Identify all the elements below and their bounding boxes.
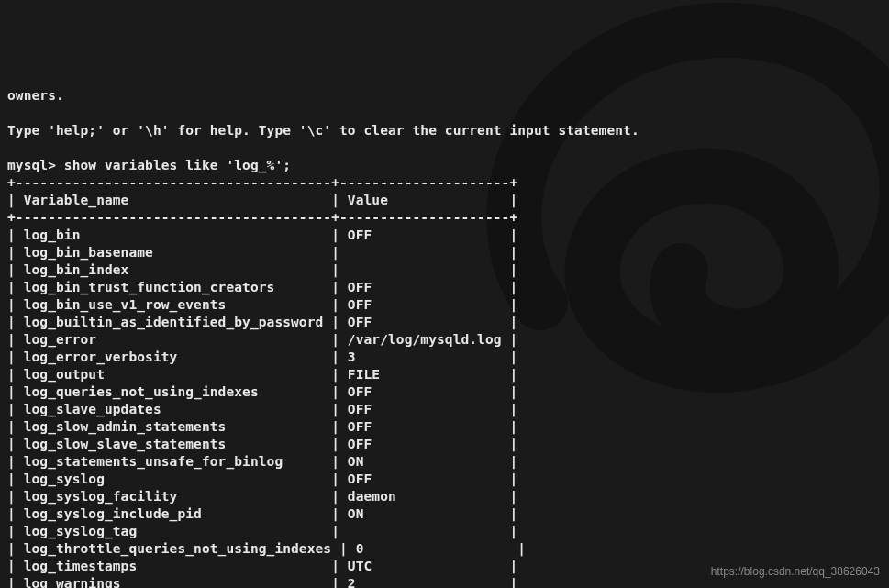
- table-row: | log_error | /var/log/mysqld.log |: [7, 331, 882, 349]
- table-row: | log_bin_use_v1_row_events | OFF |: [7, 296, 882, 314]
- table-row: | log_bin_index | |: [7, 261, 882, 279]
- banner-owners: owners.: [7, 87, 882, 105]
- blank: [7, 105, 882, 122]
- table-row: | log_syslog | OFF |: [7, 471, 882, 488]
- banner-help: Type 'help;' or '\h' for help. Type '\c'…: [7, 122, 882, 139]
- table-row: | log_error_verbosity | 3 |: [7, 349, 882, 366]
- table-row: | log_syslog_tag | |: [7, 523, 882, 540]
- table-row: | log_throttle_queries_not_using_indexes…: [7, 540, 882, 558]
- table-row: | log_slow_admin_statements | OFF |: [7, 418, 882, 436]
- table-row: | log_syslog_facility | daemon |: [7, 488, 882, 505]
- table-row: | log_bin_basename | |: [7, 244, 882, 261]
- table-row: | log_slave_updates | OFF |: [7, 401, 882, 418]
- table-row: | log_statements_unsafe_for_binlog | ON …: [7, 453, 882, 471]
- table-sep: +---------------------------------------…: [7, 174, 882, 192]
- table-row: | log_bin_trust_function_creators | OFF …: [7, 279, 882, 296]
- table-row: | log_builtin_as_identified_by_password …: [7, 314, 882, 331]
- query-line[interactable]: mysql> show variables like 'log_%';: [7, 157, 882, 174]
- table-row: | log_syslog_include_pid | ON |: [7, 505, 882, 523]
- terminal-window[interactable]: owners.Type 'help;' or '\h' for help. Ty…: [0, 0, 889, 588]
- table-row: | log_output | FILE |: [7, 366, 882, 383]
- table-row: | log_slow_slave_statements | OFF |: [7, 436, 882, 453]
- watermark-text: https://blog.csdn.net/qq_38626043: [711, 563, 880, 581]
- table-row: | log_queries_not_using_indexes | OFF |: [7, 383, 882, 401]
- table-sep: +---------------------------------------…: [7, 209, 882, 227]
- table-header: | Variable_name | Value |: [7, 192, 882, 209]
- blank: [7, 139, 882, 157]
- table-row: | log_bin | OFF |: [7, 227, 882, 244]
